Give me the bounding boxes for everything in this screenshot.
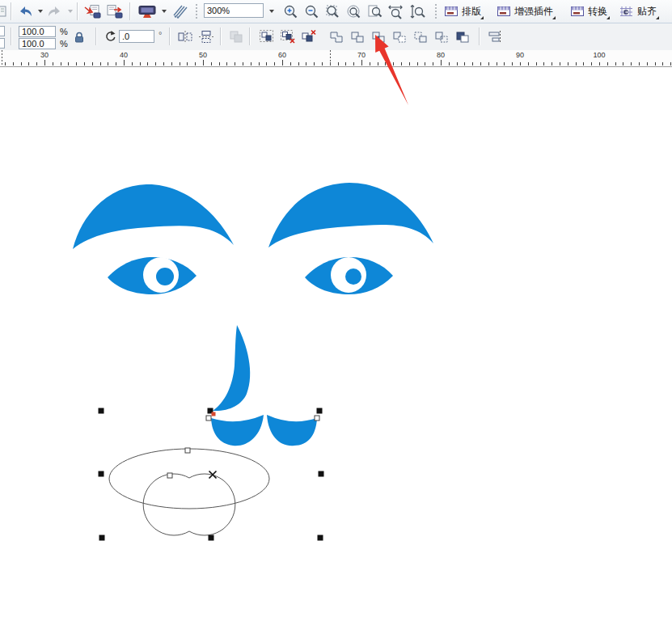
clipped-field[interactable]: [0, 26, 5, 36]
curve-node[interactable]: [167, 473, 172, 478]
nose-left-nostril-shape[interactable]: [211, 415, 264, 446]
mirror-horizontal-icon: [177, 30, 193, 44]
weld-button[interactable]: [327, 27, 346, 46]
undo-button[interactable]: [15, 2, 35, 21]
scale-x-field[interactable]: [19, 26, 56, 37]
export-button[interactable]: [104, 2, 125, 21]
zoom-to-all-objects-button[interactable]: [344, 2, 364, 21]
zoom-level-combobox[interactable]: [204, 3, 264, 18]
clipped-toolbar-button[interactable]: [0, 2, 6, 21]
right-eye-shape[interactable]: [305, 257, 393, 294]
nose-bridge-shape[interactable]: [213, 325, 250, 411]
application-launcher-button[interactable]: [136, 2, 158, 21]
left-eye-white[interactable]: [143, 257, 179, 293]
ruler-tick: [583, 62, 584, 66]
ruler-tick: [290, 62, 291, 66]
ruler-tick: [259, 62, 260, 66]
zoom-to-page-button[interactable]: [366, 2, 385, 21]
right-eye-pupil[interactable]: [345, 268, 361, 285]
group-button[interactable]: [257, 27, 277, 46]
selection-center-x-marker[interactable]: [209, 471, 217, 479]
ruler-tick: [639, 62, 640, 66]
zoom-width-icon: [388, 4, 404, 19]
horizontal-ruler[interactable]: 30405060708090100: [0, 50, 672, 67]
ruler-tick: [543, 62, 544, 66]
zoom-out-button[interactable]: [302, 2, 322, 21]
graphics-options-button[interactable]: [171, 2, 190, 21]
mouth-lips-outline[interactable]: [143, 474, 235, 535]
curve-node[interactable]: [206, 416, 211, 420]
ruler-tick: [647, 62, 648, 66]
pen-lines-icon: [172, 4, 188, 19]
lock-ratio-button[interactable]: [71, 27, 87, 47]
back-minus-front-button[interactable]: [432, 27, 451, 46]
selected-node-red[interactable]: [212, 412, 216, 416]
mirror-horizontal-button[interactable]: [175, 27, 195, 46]
ruler-tick: [195, 62, 196, 66]
redo-button[interactable]: [45, 2, 65, 21]
selection-handle[interactable]: [209, 535, 214, 541]
align-button[interactable]: [485, 27, 505, 46]
zoom-to-width-button[interactable]: [387, 2, 406, 21]
front-minus-back-button[interactable]: [411, 27, 430, 46]
ruler-tick: [108, 62, 108, 66]
separator: [249, 27, 250, 45]
curve-node[interactable]: [185, 448, 190, 453]
ruler-label: 30: [40, 51, 49, 59]
mouth-ellipse-outline[interactable]: [109, 449, 269, 509]
selection-handle[interactable]: [99, 535, 105, 541]
left-eyebrow-shape[interactable]: [73, 184, 234, 249]
right-eyebrow-shape[interactable]: [268, 183, 433, 247]
nose-right-nostril-shape[interactable]: [267, 415, 317, 446]
mirror-vertical-button[interactable]: [197, 27, 216, 46]
drawing-canvas[interactable]: [0, 0, 672, 617]
toolbar-grip[interactable]: [434, 4, 437, 19]
ruler-tick: [552, 62, 552, 66]
simplify-button[interactable]: [390, 27, 409, 46]
ruler-tick: [409, 62, 410, 66]
selection-handle[interactable]: [317, 408, 323, 414]
selection-handle[interactable]: [319, 471, 324, 477]
clipped-field[interactable]: [0, 38, 5, 49]
create-boundary-button[interactable]: [453, 27, 472, 46]
left-eye-pupil[interactable]: [156, 268, 174, 285]
ruler-tick: [385, 62, 386, 66]
selection-handle[interactable]: [318, 535, 323, 541]
scale-y-field[interactable]: [19, 38, 56, 49]
ruler-tick: [243, 62, 243, 66]
ungroup-all-icon: [301, 29, 317, 44]
curve-node[interactable]: [315, 416, 319, 420]
zoom-to-selection-button[interactable]: [323, 2, 343, 21]
toolbar-grip[interactable]: [195, 4, 197, 19]
ungroup-button[interactable]: [278, 27, 298, 46]
trim-button[interactable]: [348, 27, 367, 46]
menu-button-convert[interactable]: 转换: [567, 2, 611, 21]
ruler-tick: [425, 62, 425, 66]
chevron-down-icon: [269, 10, 274, 13]
ungroup-all-button[interactable]: [299, 27, 319, 46]
undo-dropdown[interactable]: [35, 2, 43, 21]
toolbar-window-icon: [570, 5, 585, 18]
separator: [220, 27, 221, 45]
launcher-dropdown[interactable]: [158, 2, 167, 21]
rotation-angle-field[interactable]: [119, 30, 154, 43]
selection-handle[interactable]: [99, 408, 104, 414]
zoom-level-dropdown[interactable]: [265, 2, 275, 21]
import-button[interactable]: [82, 2, 103, 21]
intersect-button[interactable]: [369, 27, 388, 46]
menu-button-typesetting[interactable]: 排版: [441, 2, 484, 21]
app-window: 排版 增强插件 转换: [0, 0, 672, 617]
left-eye-shape[interactable]: [108, 257, 197, 294]
selection-handle[interactable]: [99, 471, 104, 477]
ruler-tick: [623, 62, 623, 66]
menu-button-plugins[interactable]: 增强插件: [493, 2, 556, 21]
redo-dropdown[interactable]: [65, 2, 73, 21]
weld-icon: [329, 30, 344, 44]
ruler-tick: [211, 62, 212, 66]
menu-button-snap[interactable]: 贴齐: [616, 2, 660, 21]
toolbar-window-icon: [444, 5, 459, 18]
selection-handle[interactable]: [208, 408, 213, 414]
zoom-in-button[interactable]: [281, 2, 301, 21]
zoom-to-height-button[interactable]: [408, 2, 427, 21]
right-eye-white[interactable]: [331, 257, 366, 293]
